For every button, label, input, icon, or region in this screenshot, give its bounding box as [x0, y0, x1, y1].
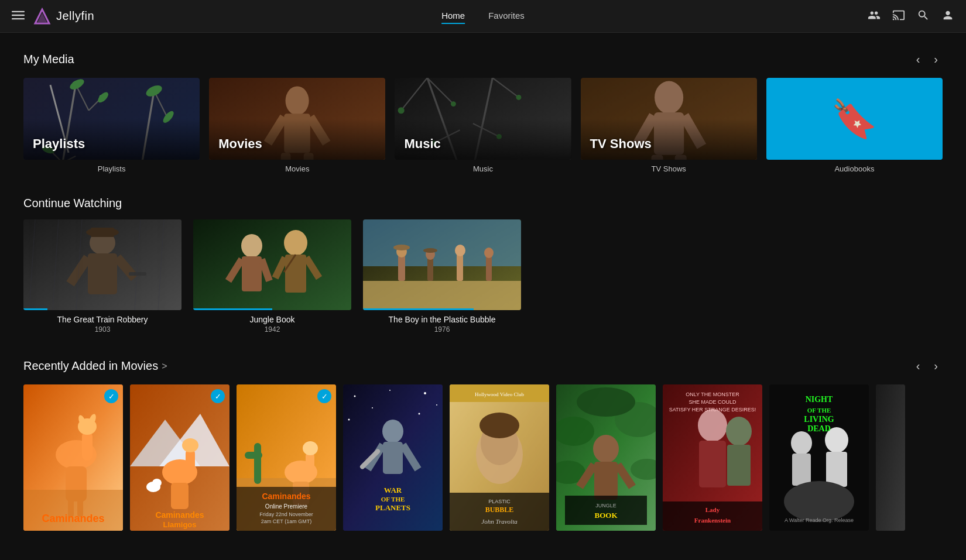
cw-title-pb: The Boy in the Plastic Bubble [363, 315, 521, 324]
svg-text:BOOK: BOOK [594, 511, 618, 520]
svg-point-123 [424, 392, 426, 394]
header: Jellyfin Home Favorites [0, 0, 966, 33]
recently-added-title-link[interactable]: Recently Added in Movies > [23, 359, 167, 373]
cw-card-great-train-robbery[interactable]: The Great Train Robbery 1903 [23, 219, 181, 334]
svg-text:JUNGLE: JUNGLE [595, 503, 616, 509]
header-nav: Home Favorites [441, 8, 525, 24]
cw-card-plastic-bubble[interactable]: The Boy in the Plastic Bubble 1976 [363, 219, 521, 334]
movie-card-caminandes2[interactable]: Caminandes Llamigos ✓ [130, 384, 229, 531]
search-icon[interactable] [917, 9, 930, 24]
cast-icon[interactable] [892, 9, 905, 24]
movie-card-jungle-book-poster[interactable]: JUNGLE BOOK [556, 384, 656, 531]
my-media-grid: Playlists Playlists [23, 78, 943, 173]
music-overlay-title: Music [395, 119, 571, 160]
svg-rect-68 [285, 255, 306, 293]
svg-point-142 [479, 413, 519, 438]
audiobooks-label: Audiobooks [766, 164, 943, 173]
people-icon[interactable] [868, 9, 881, 24]
logo[interactable]: Jellyfin [33, 7, 94, 26]
movie-card-notld[interactable]: NIGHT OF THE LIVING DEAD A Walter Reade … [769, 384, 869, 531]
user-icon[interactable] [941, 9, 954, 24]
svg-point-121 [354, 396, 356, 397]
recently-added-link-arrow: > [162, 361, 167, 372]
my-media-prev-button[interactable]: ‹ [912, 50, 925, 68]
svg-point-161 [698, 409, 727, 442]
progress-bar-jb [193, 308, 272, 310]
svg-point-128 [382, 420, 403, 443]
cw-title-jb: Jungle Book [193, 315, 351, 324]
svg-text:Friday 22nd November: Friday 22nd November [259, 511, 313, 517]
svg-rect-0 [12, 11, 25, 12]
my-media-title: My Media [23, 53, 74, 66]
movies-grid: Caminandes ✓ [23, 384, 943, 531]
svg-text:John Travolta: John Travolta [481, 518, 518, 525]
nav-home[interactable]: Home [441, 8, 465, 24]
svg-point-36 [398, 107, 405, 114]
svg-rect-109 [254, 443, 261, 484]
cw-card-jungle-book[interactable]: Jungle Book 1942 [193, 219, 351, 334]
svg-rect-174 [792, 454, 811, 486]
media-card-movies[interactable]: Movies Movies [209, 78, 385, 173]
nav-favorites[interactable]: Favorites [488, 8, 525, 24]
movie-card-war-of-planets[interactable]: WAR OF THE PLANETS [343, 384, 443, 531]
svg-rect-79 [457, 253, 463, 281]
movies-label: Movies [209, 164, 385, 173]
hamburger-button[interactable] [12, 9, 25, 24]
svg-point-67 [284, 230, 307, 256]
svg-point-13 [68, 78, 86, 92]
svg-point-84 [423, 248, 437, 253]
media-card-music[interactable]: Music Music [395, 78, 571, 173]
svg-point-150 [577, 387, 635, 417]
svg-text:ONLY THE MONSTER: ONLY THE MONSTER [686, 391, 739, 397]
movie-card-caminandes3[interactable]: Caminandes Online Premiere Friday 22nd N… [237, 384, 336, 531]
svg-rect-75 [398, 255, 405, 281]
svg-text:OF THE: OF THE [381, 496, 405, 503]
svg-point-173 [791, 431, 812, 455]
checkmark-badge-1: ✓ [104, 389, 118, 403]
checkmark-badge-2: ✓ [211, 389, 225, 403]
tvshows-label: TV Shows [581, 164, 757, 173]
movie-card-lady-frankenstein[interactable]: ONLY THE MONSTER SHE MADE COULD SATISFY … [663, 384, 762, 531]
svg-point-153 [593, 435, 619, 463]
svg-text:PLASTIC: PLASTIC [488, 499, 511, 504]
recently-added-next-button[interactable]: › [929, 357, 943, 375]
svg-rect-77 [427, 257, 433, 281]
playlists-overlay-title: Playlists [23, 119, 200, 160]
svg-rect-1 [12, 14, 25, 15]
movie-card-partial[interactable] [876, 384, 905, 531]
svg-rect-64 [242, 256, 262, 291]
svg-text:SHE MADE COULD: SHE MADE COULD [688, 399, 737, 405]
svg-point-163 [726, 417, 752, 446]
logo-text: Jellyfin [56, 9, 94, 23]
svg-text:BUBBLE: BUBBLE [485, 506, 514, 514]
svg-rect-162 [699, 441, 726, 487]
svg-rect-62 [193, 219, 351, 310]
my-media-header: My Media ‹ › [23, 50, 943, 68]
svg-text:DEAD: DEAD [807, 424, 831, 433]
media-card-audiobooks[interactable]: 🔖 Audiobooks [766, 78, 943, 173]
movie-card-caminandes1[interactable]: Caminandes ✓ [23, 384, 123, 531]
svg-point-181 [784, 481, 854, 522]
movie-card-plastic-bubble-poster[interactable]: Hollywood Video Club PLASTIC BUBBLE John… [450, 384, 549, 531]
main-content: My Media ‹ › [0, 33, 966, 560]
media-card-tvshows[interactable]: TV Shows TV Shows [581, 78, 757, 173]
continue-watching-section: Continue Watching [23, 197, 943, 334]
header-right [868, 9, 954, 24]
recently-added-prev-button[interactable]: ‹ [912, 357, 925, 375]
movies-overlay-title: Movies [209, 119, 385, 160]
svg-point-80 [455, 245, 465, 256]
recently-added-section: Recently Added in Movies > ‹ › [23, 357, 943, 531]
my-media-nav: ‹ › [912, 50, 943, 68]
svg-point-83 [393, 245, 410, 250]
svg-point-82 [484, 248, 494, 258]
svg-text:A Walter Reade Org. Release: A Walter Reade Org. Release [785, 517, 854, 523]
cw-title: Continue Watching [23, 197, 122, 210]
svg-rect-74 [363, 281, 521, 310]
checkmark-badge-3: ✓ [317, 389, 331, 403]
svg-rect-157 [565, 496, 647, 525]
svg-text:OF THE: OF THE [807, 407, 831, 414]
my-media-next-button[interactable]: › [929, 50, 943, 68]
svg-text:Caminandes: Caminandes [262, 492, 310, 501]
media-card-playlists[interactable]: Playlists Playlists [23, 78, 200, 173]
cw-year-jb: 1942 [193, 325, 351, 334]
